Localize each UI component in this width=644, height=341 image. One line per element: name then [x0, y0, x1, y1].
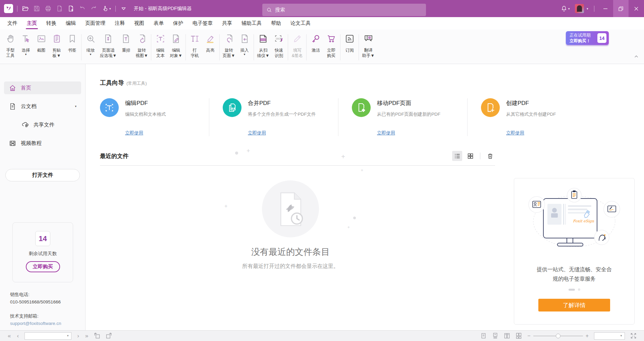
- menu-item-comment[interactable]: 注释: [110, 17, 129, 30]
- sidebar-item-shared-files[interactable]: 共享文件: [4, 118, 81, 131]
- zoom-level-input[interactable]: ▼: [594, 332, 625, 340]
- search-input[interactable]: 搜索: [262, 4, 426, 16]
- account-dropdown-icon[interactable]: ▾: [587, 7, 591, 10]
- undo-icon[interactable]: [76, 3, 88, 14]
- last-page-button[interactable]: »: [82, 333, 91, 339]
- open-file-button[interactable]: 打开文件: [5, 169, 80, 181]
- edit-object-button[interactable]: 编辑对象▼: [168, 34, 184, 59]
- hand-gesture-dropdown-icon[interactable]: ▾: [109, 7, 113, 10]
- page-number-input[interactable]: ▼: [24, 332, 71, 340]
- sidebar-item-cloud-docs[interactable]: 云文档 ▾: [4, 100, 81, 113]
- print-icon[interactable]: [42, 3, 54, 14]
- zoom-slider-thumb[interactable]: [556, 334, 560, 338]
- previous-page-button[interactable]: ‹: [14, 333, 22, 339]
- user-avatar[interactable]: [575, 4, 584, 13]
- from-scanner-button[interactable]: 从扫描仪▼: [255, 34, 271, 59]
- sidebar-item-video-tutorials[interactable]: 视频教程: [4, 137, 81, 150]
- use-now-link[interactable]: 立即使用: [248, 130, 266, 136]
- cart-icon: [326, 34, 336, 45]
- insert-page-button[interactable]: 插入▼: [237, 34, 252, 57]
- notification-dropdown-icon[interactable]: ▾: [568, 7, 572, 10]
- reflow-button[interactable]: 重排: [118, 34, 134, 53]
- save-icon[interactable]: [31, 3, 42, 14]
- clear-recent-trash-button[interactable]: [485, 151, 495, 161]
- activate-button[interactable]: 激活: [308, 34, 323, 53]
- menu-item-convert[interactable]: 转换: [42, 17, 61, 30]
- buy-now-button[interactable]: 立即购买: [323, 34, 339, 59]
- zoom-slider[interactable]: [533, 336, 583, 336]
- previous-view-button[interactable]: [91, 332, 103, 339]
- minimize-button[interactable]: [598, 0, 613, 17]
- clipboard-button[interactable]: 剪贴板▼: [49, 34, 64, 59]
- card-move-pdf-pages[interactable]: 移动PDF页面 从已有的PDF页面创建新的PDF 立即使用: [338, 98, 467, 136]
- chevron-down-icon[interactable]: ▾: [75, 105, 76, 108]
- use-now-link[interactable]: 立即使用: [377, 130, 395, 136]
- menu-item-home[interactable]: 主页: [22, 17, 42, 30]
- hand-tool-button[interactable]: 手型工具: [3, 34, 18, 59]
- bookmark-button[interactable]: 书签: [64, 34, 80, 53]
- carousel-dot[interactable]: [578, 288, 580, 291]
- list-view-button[interactable]: [452, 151, 462, 161]
- sidebar-item-home[interactable]: 首页: [4, 81, 81, 94]
- next-page-button[interactable]: ›: [74, 333, 82, 339]
- grid-view-button[interactable]: [465, 151, 475, 161]
- facing-continuous-view-button[interactable]: [513, 332, 525, 339]
- menu-item-paper-tools[interactable]: 论文工具: [286, 17, 315, 30]
- zoom-in-button[interactable]: +: [583, 333, 591, 339]
- buy-now-pill-button[interactable]: 立即购买: [26, 261, 60, 272]
- use-now-link[interactable]: 立即使用: [506, 130, 524, 136]
- subscribe-button[interactable]: 订阅: [342, 34, 357, 53]
- toolbar-separator: [185, 34, 186, 60]
- rotate-view-button[interactable]: 旋转视图▼: [134, 34, 150, 59]
- menu-item-esign[interactable]: 电子签章: [188, 17, 217, 30]
- menu-item-share[interactable]: 共享: [217, 17, 237, 30]
- zoom-out-button[interactable]: −: [525, 333, 533, 339]
- menu-item-form[interactable]: 表单: [149, 17, 168, 30]
- fullscreen-button[interactable]: [628, 332, 639, 339]
- select-button[interactable]: 选择▼: [18, 34, 34, 57]
- quick-ocr-button[interactable]: OCR 快速识别: [271, 34, 286, 59]
- first-page-button[interactable]: «: [5, 333, 14, 339]
- notification-bell-icon[interactable]: [558, 3, 570, 14]
- redo-icon[interactable]: [88, 3, 99, 14]
- fit-page-options-button[interactable]: 页面适应选项▼: [98, 34, 118, 59]
- menu-item-edit[interactable]: 编辑: [61, 17, 80, 30]
- learn-more-button[interactable]: 了解详情: [538, 299, 610, 311]
- menu-item-page-manage[interactable]: 页面管理: [80, 17, 110, 30]
- single-page-view-button[interactable]: [478, 332, 489, 339]
- trial-badge-button[interactable]: 正在试用期 立即购买！ 14: [566, 31, 609, 45]
- foxit-logo-icon[interactable]: [4, 4, 13, 13]
- delete-pages-icon[interactable]: [54, 3, 65, 14]
- card-create-pdf[interactable]: 创建PDF 从其它格式文件创建PDF 立即使用: [467, 98, 596, 136]
- menu-item-view[interactable]: 视图: [129, 17, 149, 30]
- hand-gesture-icon[interactable]: [99, 3, 111, 14]
- carousel-dot-active[interactable]: [569, 289, 575, 291]
- create-document-icon[interactable]: [65, 3, 76, 14]
- snapshot-button[interactable]: 截图: [34, 34, 49, 53]
- translate-assistant-button[interactable]: A 翻译助手▼: [360, 34, 376, 59]
- collapse-ribbon-icon[interactable]: [634, 54, 639, 60]
- card-merge-pdf[interactable]: 合并PDF 将多个文件合并生成一个PDF文件 立即使用: [209, 98, 338, 136]
- edit-text-button[interactable]: 编辑文本: [153, 34, 168, 59]
- facing-view-button[interactable]: [501, 332, 513, 339]
- zoom-button[interactable]: 缩放▼: [83, 34, 98, 57]
- continuous-view-button[interactable]: [489, 332, 501, 339]
- rotate-pages-button[interactable]: 旋转页面▼: [221, 34, 237, 59]
- support-email-link[interactable]: support@foxitsoftware.cn: [10, 320, 61, 327]
- card-edit-pdf[interactable]: 编辑PDF 编辑文档和文本格式 立即使用: [86, 98, 209, 136]
- open-file-icon[interactable]: [19, 3, 31, 14]
- menu-item-accessibility[interactable]: 辅助工具: [237, 17, 266, 30]
- fill-sign-button[interactable]: 填写&签名: [289, 34, 305, 59]
- menu-item-help[interactable]: 帮助: [266, 17, 286, 30]
- bookmark-icon: [67, 34, 77, 45]
- menu-item-protect[interactable]: 保护: [168, 17, 188, 30]
- use-now-link[interactable]: 立即使用: [125, 130, 143, 136]
- restore-button[interactable]: [613, 0, 629, 17]
- view-separator: [480, 153, 480, 159]
- menu-item-file[interactable]: 文件: [3, 17, 22, 30]
- typewriter-button[interactable]: 打字机: [187, 34, 203, 59]
- next-view-button[interactable]: [103, 332, 115, 339]
- highlight-button[interactable]: 高亮: [203, 34, 218, 53]
- close-button[interactable]: [629, 0, 644, 17]
- customize-quick-access-icon[interactable]: [118, 3, 129, 14]
